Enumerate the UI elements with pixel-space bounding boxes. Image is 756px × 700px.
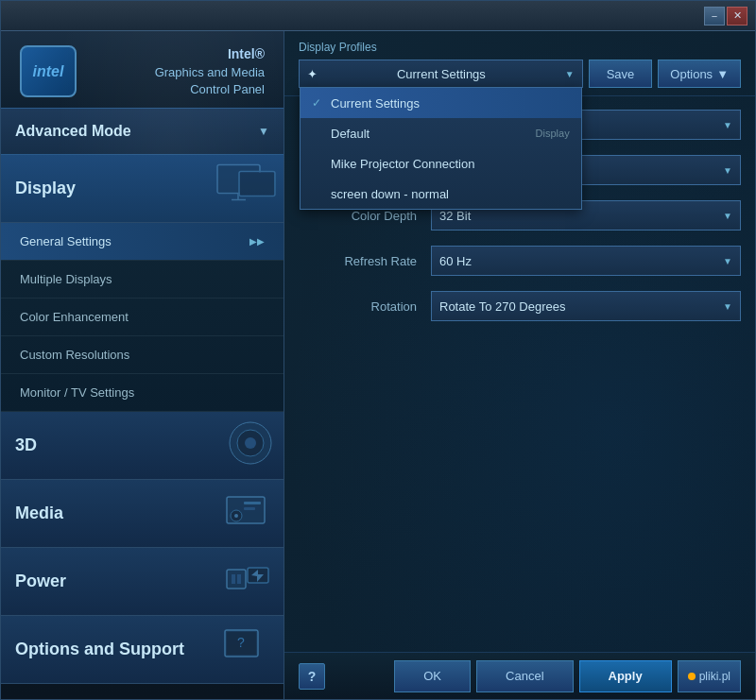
sidebar-item-custom-resolutions[interactable]: Custom Resolutions <box>1 336 284 374</box>
refresh-rate-dropdown[interactable]: 60 Hz ▼ <box>431 246 741 276</box>
main-window: − ✕ intel Intel® Graphics and Media Cont… <box>0 0 756 700</box>
profiles-bar: Display Profiles ✦ Current Settings ▼ ✓ … <box>284 31 755 96</box>
media-icon <box>217 483 279 543</box>
svg-point-6 <box>230 422 271 464</box>
display-dropdown-arrow: ▼ <box>723 120 732 130</box>
sidebar-item-options-support[interactable]: Options and Support ? <box>1 616 284 684</box>
svg-rect-0 <box>217 165 260 194</box>
media-section-title: Media <box>15 504 63 523</box>
intel-title: Intel® Graphics and Media Control Panel <box>91 45 265 98</box>
3d-icon <box>217 415 279 475</box>
apply-button[interactable]: Apply <box>579 660 672 692</box>
nav-section-power: Power <box>1 548 284 616</box>
options-button[interactable]: Options ▼ <box>658 60 741 88</box>
nav-section-3d: 3D <box>1 412 284 480</box>
save-button[interactable]: Save <box>589 60 653 88</box>
current-profile-star: ✦ <box>307 67 318 81</box>
profile-dropdown-menu: ✓ Current Settings Default Display <box>300 87 582 210</box>
rotation-label: Rotation <box>299 299 431 314</box>
intel-logo: intel <box>20 45 77 97</box>
main-content: intel Intel® Graphics and Media Control … <box>1 31 755 699</box>
svg-rect-16 <box>237 574 241 584</box>
refresh-rate-dropdown-arrow: ▼ <box>723 256 732 266</box>
resolution-dropdown-arrow: ▼ <box>723 165 732 176</box>
svg-rect-5 <box>240 173 274 196</box>
sidebar-item-multiple-displays[interactable]: Multiple Displays <box>1 261 284 299</box>
svg-rect-12 <box>244 502 261 504</box>
profiles-controls: ✦ Current Settings ▼ ✓ Current Settings <box>299 60 741 88</box>
footer: ? OK Cancel Apply pliki.pl <box>284 652 755 699</box>
display-icon <box>213 161 279 216</box>
3d-section-title: 3D <box>15 435 37 455</box>
profile-option-default[interactable]: Default Display <box>301 118 581 148</box>
pliki-dot <box>688 673 696 680</box>
options-section-title: Options and Support <box>15 640 184 659</box>
rotation-dropdown-arrow: ▼ <box>723 301 732 312</box>
cancel-button[interactable]: Cancel <box>476 660 573 692</box>
options-icon: ? <box>217 619 279 679</box>
mode-label: Advanced Mode <box>15 123 131 140</box>
nav-section-options: Options and Support ? <box>1 616 284 684</box>
intel-header: intel Intel® Graphics and Media Control … <box>1 31 284 108</box>
svg-text:?: ? <box>237 635 245 650</box>
svg-rect-15 <box>232 574 235 584</box>
sidebar-item-monitor-tv-settings[interactable]: Monitor / TV Settings <box>1 374 284 412</box>
svg-point-7 <box>237 430 264 456</box>
svg-rect-17 <box>248 568 268 583</box>
footer-left: ? <box>299 663 325 690</box>
color-depth-dropdown-arrow: ▼ <box>723 211 732 221</box>
profile-option-current[interactable]: ✓ Current Settings <box>301 88 581 118</box>
help-button[interactable]: ? <box>299 663 325 690</box>
sidebar-item-general-settings[interactable]: General Settings ▶▶ <box>1 223 284 261</box>
svg-rect-4 <box>239 172 275 196</box>
general-settings-arrow: ▶▶ <box>249 236 265 247</box>
nav-section-display: Display <box>1 155 284 412</box>
sidebar-item-3d[interactable]: 3D <box>1 412 284 480</box>
footer-right: OK Cancel Apply pliki.pl <box>394 660 741 692</box>
svg-rect-9 <box>227 497 265 523</box>
pliki-badge[interactable]: pliki.pl <box>678 660 741 692</box>
current-profile-name: Current Settings <box>397 67 486 81</box>
sidebar-item-power[interactable]: Power <box>1 548 284 616</box>
mode-selector[interactable]: Advanced Mode ▼ <box>1 108 284 155</box>
rotation-setting-row: Rotation Rotate To 270 Degrees ▼ <box>299 289 741 323</box>
power-section-title: Power <box>15 572 66 591</box>
sidebar-item-display[interactable]: Display <box>1 155 284 223</box>
svg-rect-13 <box>244 507 255 510</box>
nav-section-media: Media <box>1 480 284 548</box>
mode-dropdown-arrow: ▼ <box>258 125 269 138</box>
title-bar: − ✕ <box>1 1 755 31</box>
right-panel: Display Profiles ✦ Current Settings ▼ ✓ … <box>284 31 755 699</box>
profiles-label: Display Profiles <box>299 41 741 54</box>
svg-rect-1 <box>218 166 259 193</box>
sidebar-item-media[interactable]: Media <box>1 480 284 548</box>
left-panel: intel Intel® Graphics and Media Control … <box>1 31 284 699</box>
svg-point-11 <box>234 514 238 518</box>
svg-rect-18 <box>225 630 258 657</box>
refresh-rate-label: Refresh Rate <box>299 254 431 268</box>
display-submenu: General Settings ▶▶ Multiple Displays Co… <box>1 223 284 412</box>
profile-dropdown-arrow: ▼ <box>565 69 575 79</box>
rotation-dropdown[interactable]: Rotate To 270 Degrees ▼ <box>431 291 741 321</box>
power-icon <box>217 551 279 611</box>
svg-point-10 <box>231 510 242 521</box>
minimize-button[interactable]: − <box>704 7 725 26</box>
svg-rect-19 <box>227 632 256 655</box>
ok-button[interactable]: OK <box>394 660 471 692</box>
profile-option-screen-down[interactable]: screen down - normal <box>301 179 581 209</box>
profile-option-mike[interactable]: Mike Projector Connection <box>301 148 581 179</box>
profile-dropdown[interactable]: ✦ Current Settings ▼ ✓ Current Settings <box>299 60 583 88</box>
display-section-title: Display <box>15 179 76 198</box>
color-depth-label: Color Depth <box>299 209 431 223</box>
close-button[interactable]: ✕ <box>727 7 747 26</box>
refresh-rate-setting-row: Refresh Rate 60 Hz ▼ <box>299 244 741 278</box>
sidebar-item-color-enhancement[interactable]: Color Enhancement <box>1 299 284 336</box>
svg-rect-14 <box>227 570 246 589</box>
svg-point-8 <box>245 437 256 449</box>
